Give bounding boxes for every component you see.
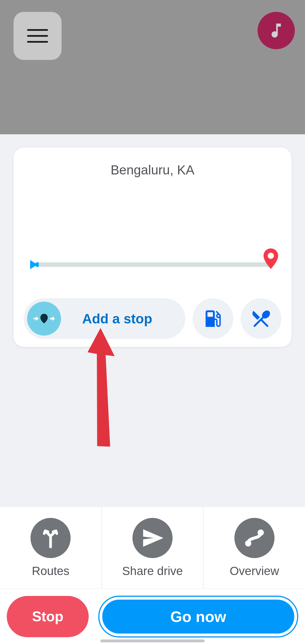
share-drive-button[interactable]: Share drive xyxy=(102,507,204,589)
map-dimmed-overlay xyxy=(0,0,305,134)
route-start-icon xyxy=(25,257,41,274)
gas-pump-icon xyxy=(202,308,224,330)
add-stop-button[interactable]: Add a stop xyxy=(24,298,185,339)
music-icon xyxy=(267,21,286,40)
add-stop-icon xyxy=(27,302,61,336)
go-now-button[interactable]: Go now xyxy=(102,600,294,634)
overview-button[interactable]: Overview xyxy=(204,507,305,589)
music-button[interactable] xyxy=(258,12,295,49)
food-stop-button[interactable] xyxy=(241,298,281,339)
bottom-bar: Stop Go now xyxy=(0,589,305,644)
go-now-button-outline: Go now xyxy=(98,596,298,637)
routes-button[interactable]: Routes xyxy=(0,507,102,589)
hamburger-icon xyxy=(27,29,48,43)
overview-label: Overview xyxy=(230,564,279,578)
destination-title: Bengaluru, KA xyxy=(24,162,281,178)
chip-row: Add a stop xyxy=(24,298,281,339)
routes-icon xyxy=(30,518,71,558)
add-stop-label: Add a stop xyxy=(61,311,182,327)
destination-card: Bengaluru, KA xyxy=(14,148,291,347)
share-drive-icon xyxy=(132,518,173,558)
share-drive-label: Share drive xyxy=(122,564,183,578)
restaurant-icon xyxy=(250,308,272,330)
stop-button[interactable]: Stop xyxy=(7,596,89,637)
route-progress xyxy=(24,250,281,267)
gas-stop-button[interactable] xyxy=(193,298,233,339)
bottom-actions-row: Routes Share drive Overview xyxy=(0,507,305,589)
route-end-pin-icon xyxy=(262,248,280,270)
route-track xyxy=(35,262,273,267)
screen: Bengaluru, KA xyxy=(0,0,305,644)
menu-button[interactable] xyxy=(14,12,62,60)
routes-label: Routes xyxy=(32,564,69,578)
home-indicator xyxy=(100,639,205,642)
overview-icon xyxy=(234,518,274,558)
svg-point-0 xyxy=(268,253,274,259)
